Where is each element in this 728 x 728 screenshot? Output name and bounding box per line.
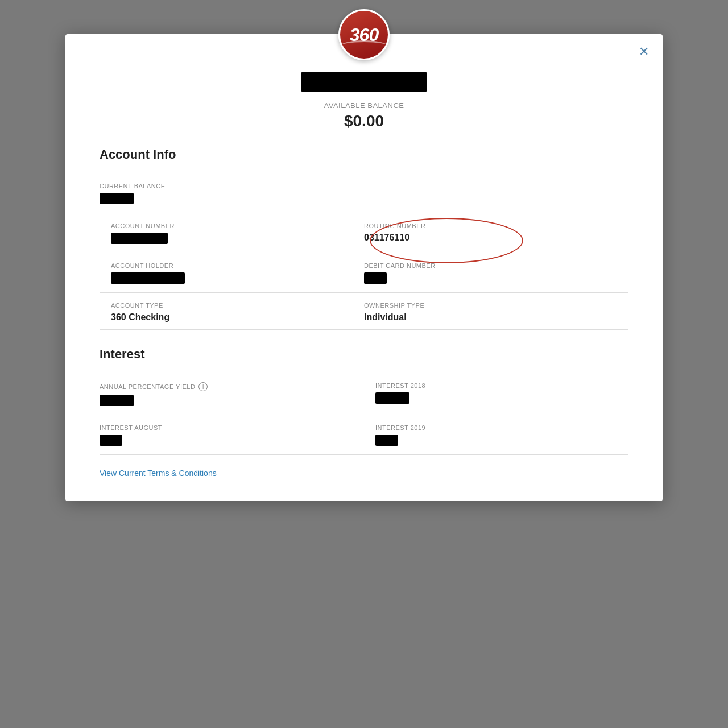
account-type-value: 360 Checking — [111, 312, 364, 322]
account-info-grid: CURRENT BALANCE ACCOUNT NUMBER ROUTING N… — [100, 173, 628, 330]
logo-area: 360 — [65, 9, 663, 60]
interest-august-cell: INTEREST AUGUST — [100, 415, 364, 455]
current-balance-cell: CURRENT BALANCE — [100, 173, 628, 213]
apy-redacted — [100, 395, 134, 406]
interest-2018-cell: INTEREST 2018 — [364, 373, 628, 415]
account-holder-value — [111, 272, 364, 286]
account-number-label: ACCOUNT NUMBER — [111, 222, 364, 229]
interest-2019-value — [375, 435, 628, 448]
interest-august-redacted — [100, 435, 122, 446]
debit-card-label: DEBIT CARD NUMBER — [364, 262, 617, 269]
account-info-heading: Account Info — [100, 147, 628, 162]
close-button[interactable]: ✕ — [639, 46, 649, 58]
logo-text: 360 — [350, 24, 378, 46]
debit-card-redacted — [364, 272, 387, 284]
interest-2018-redacted — [375, 392, 410, 404]
current-balance-label: CURRENT BALANCE — [100, 183, 617, 189]
balance-area: AVAILABLE BALANCE $0.00 — [65, 72, 663, 130]
interest-grid: ANNUAL PERCENTAGE YIELD i INTEREST 2018 — [100, 373, 628, 455]
modal-body: Account Info CURRENT BALANCE ACCOUNT NUM… — [65, 147, 663, 478]
interest-2018-value — [375, 392, 628, 406]
apy-label: ANNUAL PERCENTAGE YIELD i — [100, 382, 353, 391]
logo-circle: 360 — [338, 9, 390, 60]
ownership-type-cell: OWNERSHIP TYPE Individual — [364, 293, 628, 330]
terms-link[interactable]: View Current Terms & Conditions — [100, 469, 217, 478]
account-number-redacted — [111, 233, 168, 244]
account-number-cell: ACCOUNT NUMBER — [100, 213, 364, 253]
account-type-cell: ACCOUNT TYPE 360 Checking — [100, 293, 364, 330]
current-balance-value — [100, 193, 617, 206]
routing-number-cell: ROUTING NUMBER 031176110 — [364, 213, 628, 253]
apy-value — [100, 395, 353, 408]
account-holder-cell: ACCOUNT HOLDER — [100, 253, 364, 293]
account-number-value — [111, 233, 364, 246]
interest-heading: Interest — [100, 347, 628, 362]
routing-number-value: 031176110 — [364, 233, 617, 243]
page-wrapper: ✕ 360 AVAILABLE BALANCE $0.00 Account In… — [0, 0, 728, 728]
ownership-type-label: OWNERSHIP TYPE — [364, 302, 617, 309]
balance-amount: $0.00 — [65, 112, 663, 130]
account-holder-label: ACCOUNT HOLDER — [111, 262, 364, 269]
interest-2019-label: INTEREST 2019 — [375, 424, 628, 431]
interest-august-label: INTEREST AUGUST — [100, 424, 353, 431]
debit-card-value — [364, 272, 617, 286]
info-icon[interactable]: i — [198, 382, 208, 391]
ownership-type-value: Individual — [364, 312, 617, 322]
interest-section: Interest ANNUAL PERCENTAGE YIELD i IN — [100, 347, 628, 478]
routing-number-label: ROUTING NUMBER — [364, 222, 617, 229]
account-holder-redacted — [111, 272, 185, 284]
apy-cell: ANNUAL PERCENTAGE YIELD i — [100, 373, 364, 415]
available-balance-label: AVAILABLE BALANCE — [65, 101, 663, 110]
interest-2018-label: INTEREST 2018 — [375, 382, 628, 389]
current-balance-redacted — [100, 193, 134, 204]
account-type-label: ACCOUNT TYPE — [111, 302, 364, 309]
account-info-modal: ✕ 360 AVAILABLE BALANCE $0.00 Account In… — [65, 34, 663, 501]
debit-card-cell: DEBIT CARD NUMBER — [364, 253, 628, 293]
account-name-redacted — [301, 72, 427, 92]
interest-2019-cell: INTEREST 2019 — [364, 415, 628, 455]
interest-august-value — [100, 435, 353, 448]
interest-2019-redacted — [375, 435, 398, 446]
